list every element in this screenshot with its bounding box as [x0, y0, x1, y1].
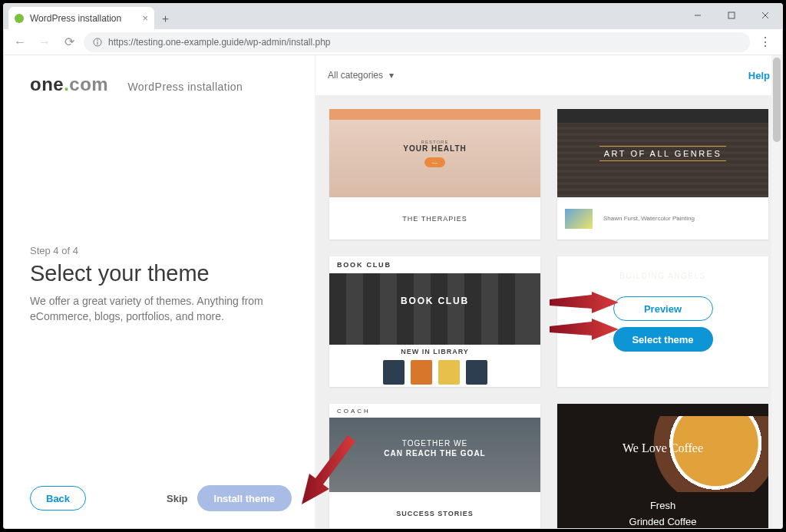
- step-indicator: Step 4 of 4: [30, 245, 292, 256]
- product-label: WordPress installation: [127, 81, 243, 93]
- svg-point-6: [97, 39, 98, 41]
- install-theme-button[interactable]: Install theme: [197, 485, 292, 511]
- theme-brand: COACH: [337, 408, 371, 415]
- favicon-icon: [15, 14, 24, 23]
- window-close[interactable]: [748, 4, 782, 26]
- info-icon: [93, 38, 102, 47]
- theme-card-art[interactable]: ART OF ALL GENRES Shawn Furst, Watercolo…: [557, 109, 768, 240]
- tab-title: WordPress installation: [30, 13, 121, 24]
- page-description: We offer a great variety of themes. Anyt…: [30, 294, 283, 324]
- theme-title: YOUR HEALTH: [403, 144, 466, 153]
- theme-kicker: RESTORE: [421, 140, 449, 144]
- theme-title: We Love Coffee: [623, 441, 703, 455]
- tab-bar: WordPress installation × ＋: [4, 4, 782, 29]
- address-bar[interactable]: https://testing.one-example.guide/wp-adm…: [84, 32, 750, 52]
- theme-cta-pill: —: [424, 157, 445, 167]
- reload-icon[interactable]: ⟳: [59, 32, 79, 52]
- theme-card-health[interactable]: RESTORE YOUR HEALTH — THE THERAPIES: [329, 109, 540, 240]
- svg-rect-1: [728, 12, 735, 18]
- theme-card-hover[interactable]: BUILDING ANGELS Preview Select theme: [557, 256, 768, 387]
- brand-com: com: [69, 74, 108, 94]
- back-button[interactable]: Back: [30, 486, 86, 511]
- theme-title-2: CAN REACH THE GOAL: [384, 449, 485, 458]
- select-theme-button[interactable]: Select theme: [613, 327, 713, 352]
- theme-card-bookclub[interactable]: BOOK CLUB BOOK CLUB NEW IN LIBRARY: [329, 256, 540, 387]
- page-title: Select your theme: [30, 261, 292, 286]
- forward-icon[interactable]: →: [35, 32, 54, 52]
- theme-subtitle: NEW IN LIBRARY: [401, 348, 469, 355]
- theme-title-1: TOGETHER WE: [402, 439, 467, 448]
- url-text: https://testing.one-example.guide/wp-adm…: [108, 37, 331, 48]
- theme-card-coach[interactable]: Premium COACH TOGETHER WE CAN REACH THE …: [329, 404, 540, 528]
- filter-label: All categories: [328, 70, 383, 81]
- theme-title: ART OF ALL GENRES: [599, 146, 727, 161]
- theme-subtitle: SUCCESS STORIES: [329, 492, 540, 528]
- thumbnail-icon: [565, 209, 593, 229]
- skip-button[interactable]: Skip: [167, 493, 187, 504]
- theme-gallery: RESTORE YOUR HEALTH — THE THERAPIES ART …: [315, 95, 782, 528]
- scrollbar-thumb[interactable]: [773, 58, 781, 142]
- theme-card-coffee[interactable]: Premium We Love Coffee Fresh Grinded Cof…: [557, 404, 768, 528]
- brand-one: one: [30, 74, 64, 94]
- category-filter[interactable]: All categories ▾: [328, 70, 394, 81]
- faint-theme: BUILDING ANGELS: [557, 256, 768, 387]
- back-icon[interactable]: ←: [10, 32, 30, 52]
- theme-subtitle: Shawn Furst, Watercolor Painting: [603, 215, 695, 222]
- brand-logo: one.com WordPress installation: [30, 74, 292, 95]
- book-thumbs: [383, 360, 487, 385]
- close-icon[interactable]: ×: [142, 12, 148, 24]
- chevron-down-icon: ▾: [389, 70, 394, 81]
- browser-toolbar: ← → ⟳ https://testing.one-example.guide/…: [4, 29, 782, 55]
- browser-menu-icon[interactable]: ⋮: [755, 35, 776, 49]
- new-tab-button[interactable]: ＋: [154, 8, 176, 29]
- window-minimize[interactable]: [681, 4, 715, 26]
- window-maximize[interactable]: [715, 4, 748, 26]
- theme-title: BOOK CLUB: [401, 296, 469, 306]
- preview-button[interactable]: Preview: [613, 296, 713, 321]
- theme-sub2: Grinded Coffee: [629, 516, 697, 527]
- help-link[interactable]: Help: [748, 70, 770, 81]
- theme-sub1: Fresh: [650, 500, 675, 511]
- sidebar-panel: one.com WordPress installation Step 4 of…: [4, 55, 315, 528]
- scrollbar[interactable]: [771, 55, 782, 528]
- theme-subtitle: THE THERAPIES: [329, 197, 540, 240]
- theme-brand: BOOK CLUB: [337, 262, 391, 269]
- browser-tab[interactable]: WordPress installation ×: [8, 7, 154, 29]
